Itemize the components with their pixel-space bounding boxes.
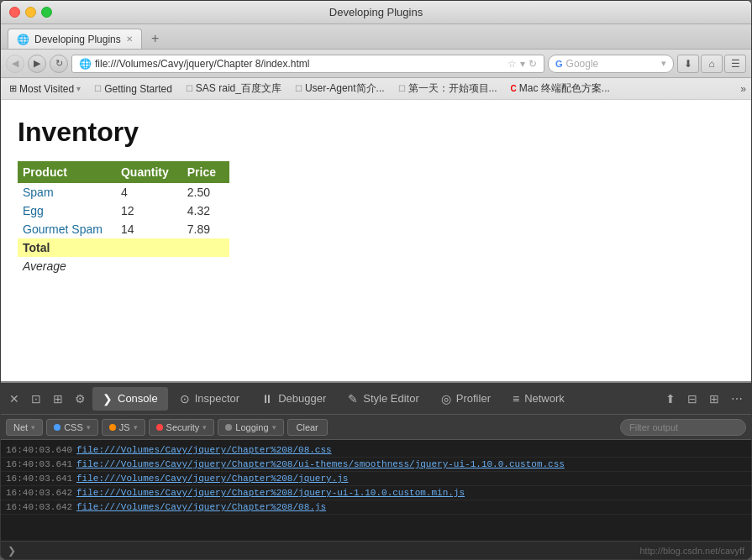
window-title: Developing Plugins	[329, 6, 423, 18]
search-box[interactable]: G Google ▾	[548, 55, 674, 73]
new-tab-button[interactable]: +	[145, 29, 166, 49]
console-row: 16:40:03.640 file:///Volumes/Cavy/jquery…	[1, 443, 751, 458]
bookmark-most-visited[interactable]: ⊞ Most Visited ▾	[6, 81, 84, 97]
tab-favicon: 🌐	[17, 34, 29, 45]
bookmarks-overflow-button[interactable]: »	[740, 83, 746, 95]
net-filter-button[interactable]: Net ▾	[6, 419, 43, 436]
quantity-cell: 12	[116, 201, 182, 220]
security-filter-button[interactable]: Security ▾	[149, 419, 215, 436]
profiler-tab-label: Profiler	[456, 392, 491, 405]
forward-button[interactable]: ▶	[28, 55, 46, 73]
filter-output-input[interactable]	[620, 419, 746, 436]
logging-filter-label: Logging	[235, 422, 268, 432]
reload-button[interactable]: ↻	[50, 55, 68, 73]
back-button[interactable]: ◀	[6, 55, 24, 73]
console-output: 16:40:03.640 file:///Volumes/Cavy/jquery…	[1, 440, 751, 541]
css-filter-label: CSS	[64, 422, 83, 432]
bookmark-icon: ⊞	[9, 83, 17, 94]
home-button[interactable]: ⌂	[701, 55, 723, 73]
clear-button[interactable]: Clear	[287, 419, 328, 436]
devtools-close-button[interactable]: ✕	[4, 389, 24, 409]
inspector-icon: ⊙	[180, 392, 190, 406]
devtools-icon-btn-1[interactable]: ⊡	[26, 389, 46, 409]
console-link[interactable]: file:///Volumes/Cavy/jquery/Chapter%208/…	[76, 502, 326, 512]
bookmark-star[interactable]: ☆	[507, 58, 517, 70]
url-arrow-down[interactable]: ▾	[520, 58, 525, 70]
table-row: Egg 12 4.32	[18, 201, 229, 220]
devtools-tab-style-editor[interactable]: ✎ Style Editor	[338, 387, 429, 411]
devtools-tab-network[interactable]: ≡ Network	[502, 387, 575, 411]
bookmark-label: SAS raid_百度文库	[196, 81, 281, 96]
url-input[interactable]: 🌐 file:///Volumes/Cavy/jquery/Chapter 8/…	[71, 55, 544, 73]
menu-button[interactable]: ☰	[724, 55, 746, 73]
search-arrow: ▾	[661, 58, 666, 69]
css-filter-arrow: ▾	[87, 423, 91, 432]
bookmark-label: Getting Started	[104, 83, 172, 95]
devtools-icon-btn-2[interactable]: ⊞	[48, 389, 68, 409]
close-button[interactable]	[9, 7, 20, 18]
inventory-table: Product Quantity Price Spam 4 2.50 Egg 1…	[18, 161, 229, 275]
devtools-tab-inspector[interactable]: ⊙ Inspector	[170, 387, 250, 411]
timestamp: 16:40:03.641	[1, 474, 76, 484]
bookmark-user-agent[interactable]: ☐ User-Agent简介...	[292, 80, 388, 97]
devtools-tab-console[interactable]: ❯ Console	[92, 387, 168, 411]
devtools-status-bar: ❯ http://blog.csdn.net/cavyff	[1, 541, 751, 559]
devtools-more-icon[interactable]: ⋯	[726, 389, 748, 409]
logging-filter-button[interactable]: Logging ▾	[218, 419, 283, 436]
logging-filter-arrow: ▾	[272, 423, 276, 432]
tab-title: Developing Plugins	[34, 34, 121, 45]
traffic-lights	[9, 7, 52, 18]
tab-close-button[interactable]: ✕	[126, 34, 133, 44]
devtools-panel-icon[interactable]: ⊟	[682, 389, 702, 409]
price-cell: 4.32	[182, 201, 229, 220]
devtools-settings-icon[interactable]: ⚙	[70, 389, 91, 409]
logging-dot	[225, 424, 232, 431]
bookmark-getting-started[interactable]: ☐ Getting Started	[91, 81, 176, 97]
product-link[interactable]: Gourmet Spam	[23, 222, 103, 236]
bookmark-label: 第一天：开始项目...	[408, 81, 497, 96]
console-link[interactable]: file:///Volumes/Cavy/jquery/Chapter%208/…	[76, 488, 465, 498]
product-link[interactable]: Egg	[23, 204, 44, 217]
devtools-grid-icon[interactable]: ⊞	[704, 389, 724, 409]
price-cell: 2.50	[182, 183, 229, 201]
js-filter-button[interactable]: JS ▾	[102, 419, 145, 436]
bookmark-label: Mac 终端配色方案...	[519, 81, 610, 96]
timestamp: 16:40:03.641	[1, 459, 76, 469]
reload-icon[interactable]: ↻	[529, 58, 537, 70]
devtools-tab-debugger[interactable]: ⏸ Debugger	[251, 387, 336, 411]
debugger-icon: ⏸	[261, 392, 273, 406]
devtools-tab-profiler[interactable]: ◎ Profiler	[431, 387, 501, 411]
downloads-button[interactable]: ⬇	[677, 55, 699, 73]
browser-tab-active[interactable]: 🌐 Developing Plugins ✕	[8, 29, 142, 49]
bookmark-start-project[interactable]: ☐ 第一天：开始项目...	[395, 80, 501, 97]
bookmark-mac-terminal[interactable]: C Mac 终端配色方案...	[507, 80, 613, 97]
status-url: http://blog.csdn.net/cavyff	[639, 546, 744, 556]
security-filter-label: Security	[166, 422, 200, 432]
console-link[interactable]: file:///Volumes/Cavy/jquery/Chapter%208/…	[76, 459, 565, 469]
timestamp: 16:40:03.642	[1, 502, 76, 512]
col-quantity: Quantity	[116, 161, 182, 183]
profiler-icon: ◎	[441, 392, 451, 406]
timestamp: 16:40:03.640	[1, 445, 76, 455]
console-link[interactable]: file:///Volumes/Cavy/jquery/Chapter%208/…	[76, 445, 332, 455]
product-link[interactable]: Spam	[23, 186, 54, 199]
bookmark-arrow: ▾	[76, 84, 81, 93]
bookmark-label: User-Agent简介...	[305, 81, 385, 96]
titlebar: Developing Plugins	[1, 1, 751, 24]
security-filter-arrow: ▾	[202, 423, 207, 432]
network-icon: ≡	[513, 392, 519, 406]
css-filter-button[interactable]: CSS ▾	[46, 419, 98, 436]
style-editor-tab-label: Style Editor	[363, 392, 418, 405]
console-link[interactable]: file:///Volumes/Cavy/jquery/Chapter%208/…	[76, 474, 348, 484]
bookmark-sas-raid[interactable]: ☐ SAS raid_百度文库	[182, 80, 285, 97]
total-label: Total	[18, 238, 229, 257]
page-title: Inventory	[18, 117, 734, 148]
security-dot	[156, 424, 163, 431]
style-editor-icon: ✎	[348, 392, 358, 406]
bookmark-label: Most Visited	[19, 83, 74, 95]
maximize-button[interactable]	[41, 7, 52, 18]
url-text: file:///Volumes/Cavy/jquery/Chapter 8/in…	[95, 58, 309, 70]
devtools-pick-icon[interactable]: ⬆	[660, 389, 681, 409]
minimize-button[interactable]	[25, 7, 36, 18]
console-row: 16:40:03.642 file:///Volumes/Cavy/jquery…	[1, 500, 751, 515]
